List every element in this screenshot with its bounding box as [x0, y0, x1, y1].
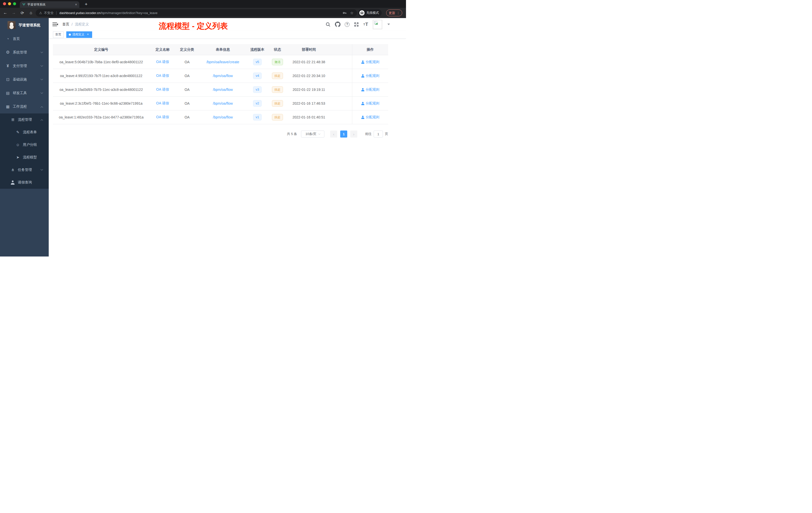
- assign-rule-button[interactable]: 分配规则: [361, 73, 379, 78]
- version-badge: v2: [253, 100, 262, 107]
- tag-active-label: 流程定义: [72, 32, 84, 37]
- back-button[interactable]: ←: [1, 10, 9, 15]
- page-size-select[interactable]: 10条/页: [301, 130, 324, 138]
- github-icon[interactable]: [335, 22, 341, 27]
- incognito-label: 无痕模式: [366, 11, 379, 15]
- assign-rule-button[interactable]: 分配规则: [361, 115, 379, 119]
- sidebar-menu-item[interactable]: 请假查询: [0, 176, 49, 189]
- col-spacer: [330, 44, 352, 55]
- main-area: 首页 / 流程定义 流程模型 - 定义列表 首页: [49, 18, 406, 256]
- menu-icon: [10, 180, 16, 185]
- not-secure-label[interactable]: 不安全: [44, 11, 54, 15]
- version-badge-cell: v5: [247, 55, 267, 69]
- form-info-link: /bpm/oa/flow: [198, 83, 247, 96]
- version-badge-cell: v2: [247, 97, 267, 110]
- menu-icon: [15, 143, 21, 147]
- sidebar-menu-item[interactable]: 用户分组: [0, 139, 49, 151]
- new-tab-button[interactable]: +: [83, 1, 89, 7]
- menu-item-label: 任务管理: [18, 168, 41, 172]
- sidebar-menu-item[interactable]: 流程管理: [0, 114, 49, 126]
- broken-image-icon: [374, 21, 378, 25]
- next-page-button[interactable]: [350, 130, 357, 138]
- active-dot-icon: [69, 34, 71, 36]
- col-actions: 操作: [352, 44, 388, 55]
- help-icon[interactable]: [345, 22, 349, 27]
- tag-close-icon[interactable]: ×: [86, 33, 90, 36]
- menu-icon: [10, 117, 16, 122]
- col-process-version: 流程版本: [247, 44, 267, 55]
- chevron-icon: [41, 91, 43, 94]
- assign-rule-label: 分配规则: [366, 73, 379, 78]
- browser-menu-icon[interactable]: ⋮: [397, 11, 400, 15]
- assign-rule-button[interactable]: 分配规则: [361, 87, 379, 92]
- incognito-icon: [359, 10, 365, 16]
- tab-close-icon[interactable]: ×: [75, 2, 77, 6]
- logo-title: 芋道管理系统: [19, 23, 40, 28]
- menu-icon: [10, 168, 16, 172]
- menu-item-label: 请假查询: [18, 180, 49, 185]
- bookmark-star-icon[interactable]: ☆: [350, 11, 353, 15]
- reload-button[interactable]: ⟳: [19, 10, 26, 15]
- deploy-time-cell: 2022-01-22 20:34:10: [288, 69, 330, 83]
- version-badge: v5: [253, 59, 262, 65]
- table-row: oa_leave:4:991f2193-7b7f-11ec-a3c8-acde4…: [53, 69, 388, 83]
- password-key-icon[interactable]: [343, 11, 347, 15]
- close-window-button[interactable]: [3, 2, 6, 5]
- menu-item-label: 基础设施: [13, 77, 41, 82]
- sidebar-logo[interactable]: 芋道管理系统: [0, 18, 49, 32]
- table-row: oa_leave:3:1fad3d93-7b75-11ec-a3c8-acde4…: [53, 83, 388, 97]
- sidebar-menu-item[interactable]: 基础设施: [0, 73, 49, 86]
- avatar-dropdown-caret-icon[interactable]: [387, 24, 390, 25]
- forward-button[interactable]: →: [10, 10, 18, 15]
- menu-icon: [15, 155, 21, 160]
- goto-page-input[interactable]: [374, 130, 383, 138]
- tag-home[interactable]: 首页: [53, 31, 63, 38]
- address-divider: [56, 11, 57, 15]
- assign-rule-button[interactable]: 分配规则: [361, 60, 379, 64]
- sidebar-menu-item[interactable]: 流程表单: [0, 126, 49, 139]
- sidebar-menu-item[interactable]: 流程模型: [0, 151, 49, 163]
- col-status: 状态: [267, 44, 288, 55]
- menu-icon: [5, 91, 10, 95]
- form-info-link: /bpm/oa/flow: [198, 111, 247, 124]
- fullscreen-icon[interactable]: [354, 22, 359, 27]
- menu-item-label: 研发工具: [13, 91, 41, 95]
- breadcrumb: 首页 / 流程定义: [62, 18, 89, 31]
- sidebar-menu-item[interactable]: 支付管理: [0, 59, 49, 73]
- tag-active[interactable]: 流程定义 ×: [66, 31, 92, 38]
- actions-cell: 分配规则: [352, 83, 388, 96]
- zoom-window-button[interactable]: [13, 2, 16, 5]
- definition-id-cell: oa_leave:1:482ec033-762a-11ec-8477-a2380…: [53, 111, 149, 124]
- chevron-icon: [41, 106, 43, 109]
- chevron-icon: [41, 119, 43, 122]
- person-icon: [361, 60, 365, 64]
- definition-id-cell: oa_leave:5:004b710b-7b8a-11ec-8ef0-acde4…: [53, 55, 149, 69]
- status-badge-cell: 挂起: [267, 69, 288, 83]
- sidebar-menu-item[interactable]: 任务管理: [0, 163, 49, 176]
- version-badge-cell: v1: [247, 111, 267, 124]
- version-badge: v1: [253, 114, 262, 120]
- user-avatar[interactable]: [373, 20, 382, 29]
- sidebar-menu-item[interactable]: 系统管理: [0, 46, 49, 59]
- browser-update-button[interactable]: 更新 ⋮: [386, 9, 402, 16]
- minimize-window-button[interactable]: [8, 2, 11, 5]
- spacer-cell: [330, 55, 352, 69]
- breadcrumb-home[interactable]: 首页: [62, 22, 69, 27]
- assign-rule-button[interactable]: 分配规则: [361, 101, 379, 105]
- prev-page-button[interactable]: [330, 130, 337, 138]
- table-row: oa_leave:5:004b710b-7b8a-11ec-8ef0-acde4…: [53, 55, 388, 69]
- browser-tab[interactable]: 芋道管理系统 ×: [20, 1, 79, 8]
- home-button[interactable]: ⌂: [27, 10, 35, 15]
- search-icon[interactable]: [325, 22, 331, 27]
- sidebar-menu-item[interactable]: 工作流程: [0, 100, 49, 114]
- content: 定义编号 定义名称 定义分类 表单信息 流程版本 状态 部署时间 操作: [49, 39, 406, 138]
- actions-cell: 分配规则: [352, 111, 388, 124]
- sidebar-menu-item[interactable]: 研发工具: [0, 86, 49, 100]
- font-size-icon[interactable]: [363, 22, 368, 27]
- collapse-sidebar-icon[interactable]: [53, 23, 57, 26]
- sidebar-menu-item[interactable]: 首页: [0, 32, 49, 46]
- spacer-cell: [330, 69, 352, 83]
- menu-icon: [5, 37, 10, 41]
- address-bar[interactable]: ⚠ 不安全 dashboard.yudao.iocoder.cn/bpm/man…: [36, 9, 357, 17]
- current-page-button[interactable]: 1: [340, 130, 347, 138]
